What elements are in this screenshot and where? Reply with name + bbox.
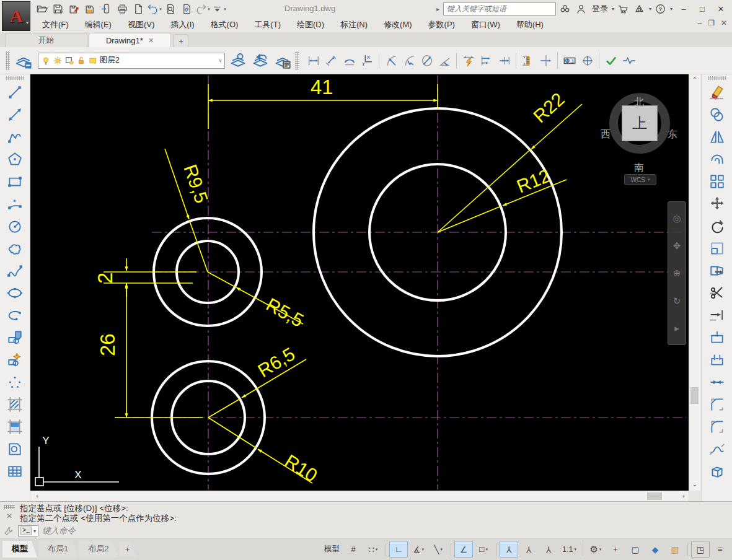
menu-item[interactable]: 视图(V): [120, 18, 162, 32]
scroll-up-icon[interactable]: ⌃: [689, 76, 700, 83]
view-cube-top-face[interactable]: 上: [622, 105, 658, 141]
hardware-acceleration-icon[interactable]: ▨: [666, 541, 684, 558]
stretch-icon[interactable]: [705, 260, 730, 282]
arc-icon[interactable]: [2, 193, 27, 215]
polar-icon[interactable]: ∡▾: [409, 541, 428, 558]
annotation-visibility-icon[interactable]: ⅄: [500, 541, 518, 558]
offset-icon[interactable]: [705, 148, 730, 170]
dim-diameter-icon[interactable]: [418, 51, 435, 71]
revision-cloud-icon[interactable]: [2, 237, 27, 260]
annotation-scale-view-icon[interactable]: ⅄: [539, 541, 558, 558]
menu-item[interactable]: 帮助(H): [508, 18, 552, 32]
dim-aligned-icon[interactable]: [323, 51, 340, 71]
trim-icon[interactable]: [705, 282, 730, 304]
menu-item[interactable]: 插入(I): [162, 18, 202, 32]
chamfer-icon[interactable]: [705, 393, 730, 416]
redo-icon[interactable]: ▾: [195, 2, 210, 16]
app-store-caret-icon[interactable]: ▾: [649, 6, 651, 12]
layout-tab[interactable]: 模型: [2, 541, 37, 558]
mobile-upload-icon[interactable]: [99, 2, 113, 16]
login-caret-icon[interactable]: ▾: [612, 6, 614, 12]
search-input[interactable]: [443, 2, 556, 15]
polygon-icon[interactable]: [2, 148, 27, 170]
dim-angular-icon[interactable]: [436, 51, 453, 71]
view-cube-north[interactable]: 北: [634, 96, 644, 109]
undo-icon[interactable]: ▾: [147, 2, 162, 16]
break-icon[interactable]: [705, 349, 730, 371]
circle-icon[interactable]: [2, 215, 27, 237]
close-button[interactable]: ✕: [713, 2, 728, 15]
menu-item[interactable]: 标注(N): [332, 18, 376, 32]
close-icon[interactable]: ✕: [6, 512, 12, 520]
dim-r12-leader2[interactable]: [438, 206, 501, 232]
gradient-icon[interactable]: [2, 416, 27, 438]
login-link[interactable]: 登录: [592, 3, 608, 14]
region-icon[interactable]: [2, 438, 27, 460]
break-at-point-icon[interactable]: [705, 326, 730, 349]
toolbar-grip[interactable]: [295, 51, 299, 70]
pan-icon[interactable]: ✥: [673, 241, 681, 250]
more-commands-icon[interactable]: ▾: [211, 2, 226, 16]
command-input-row[interactable]: >_ ▾ 键入命令: [4, 525, 76, 536]
annotation-autoscale-icon[interactable]: ⅄: [519, 541, 538, 558]
search-find-icon[interactable]: [558, 2, 572, 15]
new-layout-button[interactable]: +: [119, 542, 135, 557]
saveas-icon[interactable]: [66, 2, 81, 16]
hatch-icon[interactable]: [2, 393, 27, 416]
app-menu-button[interactable]: A ▾: [2, 1, 30, 31]
layers-panel-icon[interactable]: [12, 49, 35, 72]
scroll-left-icon[interactable]: ‹: [32, 492, 43, 499]
orbit-icon[interactable]: ↻: [673, 296, 681, 305]
dim-baseline-icon[interactable]: [478, 51, 495, 71]
rotate-icon[interactable]: [705, 215, 730, 237]
dim-linear-icon[interactable]: [305, 51, 322, 71]
dim-radius-icon[interactable]: [382, 51, 399, 71]
line-icon[interactable]: [2, 81, 27, 103]
dim-r65-text[interactable]: R6,5: [254, 343, 298, 381]
menu-item[interactable]: 工具(T): [246, 18, 289, 32]
sun-icon[interactable]: [53, 56, 63, 66]
toolbar-grip[interactable]: [6, 76, 24, 80]
dim-r10-leader2[interactable]: [208, 418, 256, 448]
workspace-icon[interactable]: ⚙▾: [586, 541, 605, 558]
toolbar-grip[interactable]: [6, 51, 10, 70]
showmotion-icon[interactable]: ▸: [674, 323, 679, 333]
scale-icon[interactable]: [705, 237, 730, 260]
close-icon[interactable]: ✕: [148, 37, 154, 45]
menu-item[interactable]: 编辑(E): [77, 18, 120, 32]
annotation-scale-label[interactable]: 1:1▾: [559, 541, 580, 558]
dim-r55-leader2[interactable]: [208, 272, 235, 287]
dim-continue-icon[interactable]: [496, 51, 513, 71]
dim-r22-leader2[interactable]: [438, 150, 530, 232]
iso-icon[interactable]: ╲▾: [429, 541, 448, 558]
vp-freeze-icon[interactable]: [64, 56, 74, 66]
view-cube-east[interactable]: 东: [668, 128, 677, 141]
dim-r10-text[interactable]: R10: [281, 450, 321, 486]
dim-jog-line-icon[interactable]: [620, 51, 637, 71]
minimize-button[interactable]: –: [676, 2, 691, 15]
qsave-icon[interactable]: [50, 2, 65, 16]
dim-26-text[interactable]: 26: [96, 333, 119, 356]
dim-break-icon[interactable]: [537, 51, 554, 71]
menu-item[interactable]: 修改(M): [376, 18, 420, 32]
copy-icon[interactable]: [705, 103, 730, 126]
mirror-icon[interactable]: [705, 126, 730, 148]
command-prompt-icon[interactable]: >_ ▾: [18, 525, 38, 536]
view-cube-west[interactable]: 西: [601, 128, 611, 141]
dim-tolerance-icon[interactable]: .1: [561, 51, 578, 71]
join-icon[interactable]: [705, 371, 730, 393]
swatch-icon[interactable]: [88, 56, 98, 66]
layer-dropdown[interactable]: 图层2 ˅: [38, 53, 225, 69]
steering-wheel-icon[interactable]: ◎: [672, 214, 681, 223]
navigation-bar[interactable]: ◎✥⊕↻▸: [668, 201, 686, 345]
scroll-right-icon[interactable]: ›: [679, 492, 689, 499]
help-caret-icon[interactable]: ▾: [670, 6, 672, 12]
help-icon[interactable]: ?: [654, 2, 668, 15]
construction-line-icon[interactable]: [2, 103, 27, 126]
menu-item[interactable]: 文件(F): [34, 18, 77, 32]
osnap-icon[interactable]: □▾: [474, 541, 493, 558]
drag-handle-icon[interactable]: [4, 505, 15, 509]
command-input[interactable]: 键入命令: [42, 525, 76, 536]
horizontal-scrollbar[interactable]: ‹ ›: [30, 491, 689, 501]
explode-icon[interactable]: [705, 460, 730, 483]
